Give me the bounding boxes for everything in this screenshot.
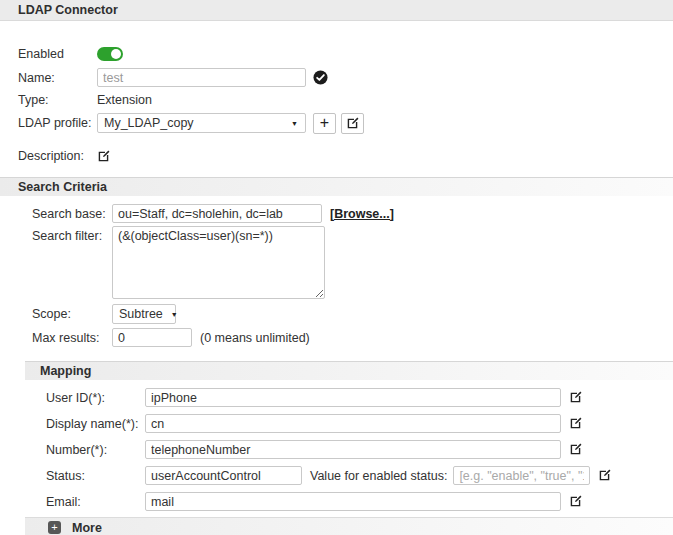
- edit-icon[interactable]: [569, 443, 582, 456]
- plus-icon: +: [320, 115, 329, 131]
- search-criteria-section: Search base: [Browse...] Search filter: …: [0, 196, 673, 348]
- number-label: Number(*):: [46, 443, 145, 457]
- type-label: Type:: [18, 93, 97, 107]
- enabled-status-label: Value for enabled status:: [310, 469, 447, 483]
- email-input[interactable]: [145, 492, 561, 511]
- mapping-row-status: Status: Value for enabled status:: [46, 465, 673, 486]
- ldap-profile-selected-value: My_LDAP_copy: [104, 116, 194, 130]
- edit-icon[interactable]: [569, 417, 582, 430]
- browse-link[interactable]: [Browse...]: [330, 207, 394, 221]
- general-section: Enabled Name: Type: Extension LDAP profi…: [0, 21, 673, 164]
- chevron-down-icon: ▼: [291, 120, 298, 127]
- edit-icon[interactable]: [598, 469, 611, 482]
- more-expander[interactable]: + More: [25, 517, 673, 535]
- name-input[interactable]: [97, 68, 306, 87]
- user-id-label: User ID(*):: [46, 391, 145, 405]
- scope-selected-value: Subtree: [119, 307, 163, 321]
- edit-profile-button[interactable]: [341, 113, 364, 134]
- mapping-row-user-id: User ID(*):: [46, 387, 673, 408]
- type-value: Extension: [97, 93, 152, 107]
- edit-icon: [346, 117, 359, 130]
- description-label: Description:: [18, 149, 97, 163]
- search-filter-textarea[interactable]: (&(objectClass=user)(sn=*)): [112, 226, 325, 299]
- mapping-row-display-name: Display name(*):: [46, 413, 673, 434]
- chevron-down-icon: ▼: [171, 311, 178, 318]
- max-results-input[interactable]: [112, 328, 192, 347]
- search-base-label: Search base:: [32, 207, 112, 221]
- edit-description-icon[interactable]: [97, 150, 110, 163]
- ldap-profile-select[interactable]: My_LDAP_copy ▼: [97, 113, 306, 133]
- mapping-row-number: Number(*):: [46, 439, 673, 460]
- email-label: Email:: [46, 495, 145, 509]
- edit-icon[interactable]: [569, 391, 582, 404]
- status-label: Status:: [46, 469, 145, 483]
- enabled-label: Enabled: [18, 47, 97, 61]
- enabled-toggle[interactable]: [97, 47, 123, 61]
- enabled-status-input[interactable]: [453, 466, 590, 485]
- search-base-input[interactable]: [112, 204, 322, 223]
- expand-plus-icon: +: [48, 521, 61, 534]
- search-filter-label: Search filter:: [32, 226, 112, 243]
- add-profile-button[interactable]: +: [313, 113, 336, 134]
- scope-select[interactable]: Subtree ▼: [112, 304, 176, 324]
- mapping-header: Mapping: [25, 361, 673, 380]
- check-circle-icon: [313, 70, 328, 85]
- status-input[interactable]: [145, 466, 302, 485]
- edit-icon[interactable]: [569, 495, 582, 508]
- mapping-row-email: Email:: [46, 491, 673, 512]
- search-criteria-header: Search Criteria: [0, 177, 673, 196]
- page-title: LDAP Connector: [0, 0, 673, 21]
- user-id-input[interactable]: [145, 388, 561, 407]
- scope-label: Scope:: [32, 307, 112, 321]
- more-label: More: [72, 521, 102, 535]
- toggle-knob: [111, 49, 121, 59]
- display-name-input[interactable]: [145, 414, 561, 433]
- ldap-profile-label: LDAP profile:: [18, 116, 97, 130]
- display-name-label: Display name(*):: [46, 417, 145, 431]
- number-input[interactable]: [145, 440, 561, 459]
- name-label: Name:: [18, 71, 97, 85]
- max-results-hint: (0 means unlimited): [200, 331, 310, 345]
- max-results-label: Max results:: [32, 331, 112, 345]
- mapping-section: User ID(*): Display name(*): Number(*):: [0, 380, 673, 512]
